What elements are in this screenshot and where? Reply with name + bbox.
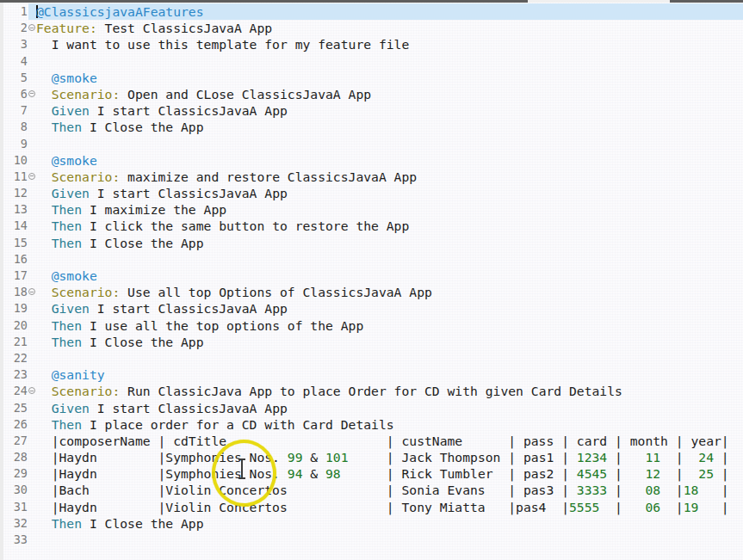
- code-line[interactable]: 4: [0, 53, 743, 70]
- token-tag: @smoke: [52, 71, 97, 85]
- token-txt: |: [660, 466, 698, 481]
- code-line[interactable]: 6 Scenario: Open and CLose ClassicsJavaA…: [0, 86, 743, 102]
- code-editor[interactable]: 1@ClassicsjavaAFeatures2Feature: Test Cl…: [0, 3, 743, 548]
- line-number: 15: [0, 235, 28, 251]
- top-border-segment-right: [670, 0, 743, 3]
- code-line[interactable]: 28 |Haydn |Symphonies Nos. 99 & 101 | Ja…: [0, 449, 743, 465]
- fold-spacer: [28, 400, 36, 416]
- code-line[interactable]: 31 |Haydn |Violin Concertos | Tony Miatt…: [0, 499, 743, 515]
- token-txt: |: [714, 450, 729, 465]
- code-line[interactable]: 29 |Haydn |Symphonies Nos. 94 & 98 | Ric…: [0, 465, 743, 482]
- token-step: Then: [52, 516, 82, 531]
- code-line[interactable]: 20 Then I use all the top options of the…: [0, 317, 743, 334]
- code-line[interactable]: 11 Scenario: maximize and restore Classi…: [0, 169, 743, 185]
- token-txt: |: [660, 450, 698, 465]
- code-line[interactable]: 14 Then I click the same button to resto…: [0, 218, 743, 234]
- token-tag: @ClassicsjavaAFeatures: [36, 4, 204, 19]
- line-number: 13: [0, 201, 28, 218]
- code-line[interactable]: 33: [0, 532, 743, 548]
- token-txt: I Close the App: [82, 236, 203, 250]
- token-step: Then: [52, 335, 82, 349]
- code-line[interactable]: 23 @sanity: [0, 366, 743, 383]
- fold-spacer: [28, 119, 36, 135]
- code-line[interactable]: 16: [0, 251, 743, 268]
- top-border-segment-left: [0, 0, 528, 3]
- code-text: Then I Close the App: [36, 334, 743, 350]
- line-number: 27: [0, 433, 28, 449]
- code-line[interactable]: 12 Given I start ClassicsJavaA App: [0, 185, 743, 201]
- token-num: 94: [288, 466, 303, 481]
- code-line[interactable]: 2Feature: Test ClassicsJavaA App: [0, 20, 743, 36]
- token-txt: &: [303, 450, 326, 465]
- token-txt: I maximize the App: [82, 202, 226, 217]
- code-text: [36, 53, 743, 70]
- token-num: 4545: [577, 466, 607, 481]
- line-number: 33: [0, 532, 28, 548]
- code-line[interactable]: 1@ClassicsjavaAFeatures: [0, 3, 743, 20]
- code-line[interactable]: 17 @smoke: [0, 268, 743, 284]
- code-line[interactable]: 15 Then I Close the App: [0, 235, 743, 251]
- code-line[interactable]: 21 Then I Close the App: [0, 334, 743, 350]
- line-number: 31: [0, 499, 28, 515]
- fold-spacer: [28, 53, 36, 70]
- token-txt: Open and CLose ClassicsJavaA App: [120, 87, 371, 102]
- token-txt: [36, 87, 52, 102]
- code-line[interactable]: 26 Then I place order for a CD with Card…: [0, 416, 743, 433]
- token-txt: |Haydn |Symphonies Nos.: [36, 450, 288, 465]
- fold-spacer: [28, 334, 36, 350]
- code-text: Given I start ClassicsJavaA App: [36, 102, 743, 119]
- token-step: Then: [52, 318, 82, 333]
- code-line[interactable]: 19 Given I start ClassicsJavaA App: [0, 300, 743, 317]
- code-text: |composerName | cdTitle | custName | pas…: [36, 433, 743, 449]
- code-line[interactable]: 9: [0, 136, 743, 152]
- token-tag: @smoke: [52, 153, 97, 168]
- token-txt: |: [660, 483, 684, 497]
- token-txt: [36, 335, 52, 349]
- fold-collapse-icon[interactable]: [28, 20, 36, 36]
- code-line[interactable]: 32 Then I Close the App: [0, 515, 743, 532]
- code-line[interactable]: 25 Given I start ClassicsJavaA App: [0, 400, 743, 416]
- code-line[interactable]: 30 |Bach |Violin Concertos | Sonia Evans…: [0, 482, 743, 498]
- fold-collapse-icon[interactable]: [28, 86, 36, 102]
- code-line[interactable]: 3 I want to use this template for my fea…: [0, 36, 743, 52]
- code-text: [36, 532, 743, 548]
- fold-spacer: [28, 449, 36, 465]
- line-number: 21: [0, 334, 28, 350]
- code-line[interactable]: 18 Scenario: Use all top Options of Clas…: [0, 284, 743, 300]
- token-num: 1234: [577, 450, 607, 465]
- token-txt: [36, 202, 52, 217]
- token-step: Then: [52, 120, 82, 134]
- token-num: 25: [698, 466, 714, 481]
- token-num: 5555: [569, 500, 599, 514]
- token-txt: [36, 218, 52, 233]
- code-line[interactable]: 13 Then I maximize the App: [0, 201, 743, 218]
- code-text: [36, 251, 743, 268]
- code-line[interactable]: 10 @smoke: [0, 152, 743, 169]
- line-number: 12: [0, 185, 28, 201]
- line-number: 9: [0, 136, 28, 152]
- token-txt: I start ClassicsJavaA App: [90, 301, 288, 316]
- token-step: Then: [52, 417, 82, 432]
- token-step: Given: [52, 103, 90, 118]
- fold-collapse-icon[interactable]: [28, 383, 36, 399]
- line-number: 7: [0, 102, 28, 119]
- code-line[interactable]: 5 @smoke: [0, 70, 743, 86]
- token-txt: &: [303, 466, 326, 481]
- code-text: Scenario: maximize and restore ClassicsJ…: [36, 169, 743, 185]
- code-line[interactable]: 7 Given I start ClassicsJavaA App: [0, 102, 743, 119]
- code-line[interactable]: 24 Scenario: Run ClassicJava App to plac…: [0, 383, 743, 399]
- fold-collapse-icon[interactable]: [28, 284, 36, 300]
- code-text: |Bach |Violin Concertos | Sonia Evans | …: [36, 482, 743, 498]
- code-line[interactable]: 22: [0, 350, 743, 366]
- fold-spacer: [28, 218, 36, 234]
- code-line[interactable]: 8 Then I Close the App: [0, 119, 743, 135]
- top-scrollbar-thumb[interactable]: [528, 0, 670, 3]
- code-line[interactable]: 27 |composerName | cdTitle | custName | …: [0, 433, 743, 449]
- fold-spacer: [28, 152, 36, 169]
- token-txt: |Haydn |Violin Concertos | Tony Miatta |…: [36, 500, 569, 514]
- token-num: 12: [645, 466, 660, 481]
- fold-collapse-icon[interactable]: [28, 169, 36, 185]
- token-txt: I use all the top options of the App: [82, 318, 363, 333]
- fold-spacer: [28, 499, 36, 515]
- code-lines: 1@ClassicsjavaAFeatures2Feature: Test Cl…: [0, 3, 743, 548]
